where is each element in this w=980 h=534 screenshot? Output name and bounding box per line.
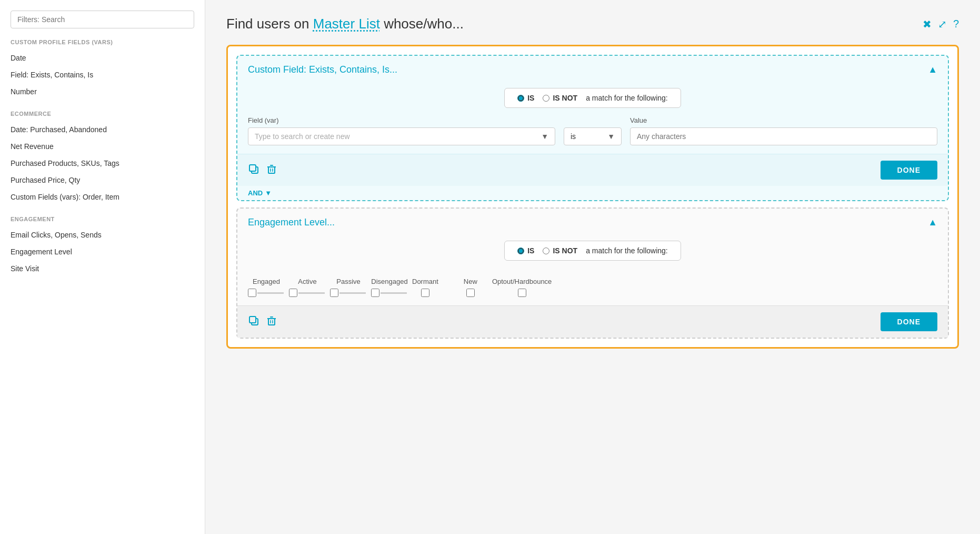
filter-card-1-chevron-icon[interactable]: ▲ (928, 64, 937, 75)
sidebar-item-number[interactable]: Number (0, 83, 205, 100)
help-icon[interactable]: ? (953, 18, 959, 30)
operator-group: is ▼ (564, 116, 622, 145)
engagement-checkbox-passive[interactable] (330, 289, 338, 297)
field-var-label: Field (var) (248, 116, 555, 124)
engagement-checkbox-dormant[interactable] (421, 289, 429, 297)
section-title-ecommerce: ECOMMERCE (0, 111, 205, 121)
filter-2-match-row: IS IS NOT a match for the following: (237, 241, 948, 261)
filter-1-action-icons (248, 163, 277, 177)
filter-1-done-button[interactable]: DONE (881, 161, 937, 180)
filter-card-1-title: Custom Field: Exists, Contains, Is... (248, 64, 397, 75)
sidebar-item-custom-fields-order[interactable]: Custom Fields (vars): Order, Item (0, 189, 205, 205)
engagement-label-engaged: Engaged (253, 278, 280, 285)
filter-1-field-row: Field (var) Type to search or create new… (237, 116, 948, 154)
filter-card-1-header[interactable]: Custom Field: Exists, Contains, Is... ▲ (237, 56, 948, 84)
and-connector[interactable]: AND ▼ (237, 186, 948, 200)
sidebar-item-net-revenue[interactable]: Net Revenue (0, 138, 205, 155)
filter-card-2-chevron-icon[interactable]: ▲ (928, 217, 937, 228)
filter-1-match-row: IS IS NOT a match for the following: (237, 88, 948, 108)
section-title-engagement: ENGAGEMENT (0, 216, 205, 226)
engagement-item-passive: Passive (330, 278, 367, 297)
field-var-select[interactable]: Type to search or create new ▼ (248, 127, 555, 145)
engagement-checkbox-active[interactable] (289, 289, 297, 297)
sidebar-item-field-exists[interactable]: Field: Exists, Contains, Is (0, 66, 205, 83)
engagement-item-optout: Optout/Hardbounce (492, 278, 552, 297)
and-label: AND (248, 189, 263, 197)
section-title-custom-profile: CUSTOM PROFILE FIELDS (VARS) (0, 39, 205, 50)
operator-select[interactable]: is ▼ (564, 127, 622, 145)
engagement-checkbox-optout[interactable] (518, 289, 526, 297)
engagement-item-engaged: Engaged (248, 278, 285, 297)
sidebar-search-container (11, 11, 194, 28)
filter-2-action-row: DONE (237, 305, 948, 338)
radio-is-label: IS (527, 94, 534, 102)
sidebar-item-date[interactable]: Date (0, 50, 205, 66)
sidebar-section-custom-profile: CUSTOM PROFILE FIELDS (VARS) Date Field:… (0, 39, 205, 100)
engagement-item-new: New (464, 278, 477, 297)
filter-1-match-box: IS IS NOT a match for the following: (504, 88, 681, 108)
engagement-checkbox-new[interactable] (466, 289, 475, 297)
engagement-label-optout: Optout/Hardbounce (492, 278, 552, 285)
svg-rect-2 (268, 167, 275, 173)
filter-card-1: Custom Field: Exists, Contains, Is... ▲ … (236, 55, 949, 201)
value-input[interactable] (630, 127, 937, 145)
filter-2-trash-icon[interactable] (266, 315, 277, 329)
filter-card-2-header[interactable]: Engagement Level... ▲ (237, 209, 948, 236)
operator-value: is (571, 132, 576, 141)
match2-suffix: a match for the following: (586, 246, 668, 255)
radio-is-not-label: IS NOT (553, 94, 577, 102)
svg-rect-1 (249, 165, 256, 171)
operator-chevron-icon: ▼ (607, 132, 615, 141)
radio2-is-not-group: IS NOT (543, 246, 577, 255)
operator-label-spacer (564, 116, 622, 124)
sidebar-item-purchased-price[interactable]: Purchased Price, Qty (0, 172, 205, 189)
filter-card-2-title: Engagement Level... (248, 217, 335, 228)
sidebar: CUSTOM PROFILE FIELDS (VARS) Date Field:… (0, 0, 205, 534)
engagement-label-active: Active (298, 278, 316, 285)
header-icons: ✖ ⤢ ? (923, 18, 959, 31)
engagement-checkbox-engaged[interactable] (248, 289, 256, 297)
engagement-levels-row: Engaged Active Passive (237, 269, 948, 305)
radio2-is[interactable] (517, 248, 524, 254)
sidebar-item-email-clicks[interactable]: Email Clicks, Opens, Sends (0, 226, 205, 243)
master-list-link[interactable]: Master List (313, 16, 380, 32)
filter-2-done-button[interactable]: DONE (881, 312, 937, 331)
filter-2-action-icons (248, 315, 277, 329)
page-header: Find users on Master List whose/who... ✖… (226, 16, 959, 32)
field-var-group: Field (var) Type to search or create new… (248, 116, 555, 145)
and-chevron-icon: ▼ (265, 189, 272, 197)
radio-is-not-group: IS NOT (543, 94, 577, 102)
sidebar-item-purchased-products[interactable]: Purchased Products, SKUs, Tags (0, 155, 205, 172)
engagement-item-disengaged: Disengaged (371, 278, 408, 297)
radio-is-group: IS (517, 94, 534, 102)
engagement-checkbox-disengaged[interactable] (371, 289, 379, 297)
sidebar-item-date-purchased[interactable]: Date: Purchased, Abandoned (0, 121, 205, 138)
radio2-is-not[interactable] (543, 248, 549, 254)
trash-icon[interactable] (266, 163, 277, 177)
sidebar-item-site-visit[interactable]: Site Visit (0, 260, 205, 277)
copy-icon[interactable] (248, 163, 259, 177)
search-input[interactable] (11, 11, 194, 28)
radio-is-not[interactable] (543, 95, 549, 102)
field-var-chevron-icon: ▼ (541, 132, 548, 141)
sidebar-item-engagement-level[interactable]: Engagement Level (0, 243, 205, 260)
engagement-label-disengaged: Disengaged (371, 278, 407, 285)
field-var-placeholder: Type to search or create new (255, 132, 350, 141)
filter-1-action-row: DONE (237, 154, 948, 186)
filter-2-copy-icon[interactable] (248, 315, 259, 329)
engagement-label-dormant: Dormant (412, 278, 438, 285)
radio-is[interactable] (517, 95, 524, 102)
pin-icon[interactable]: ✖ (923, 18, 932, 31)
engagement-label-new: New (464, 278, 477, 285)
engagement-label-passive: Passive (336, 278, 361, 285)
sidebar-section-engagement: ENGAGEMENT Email Clicks, Opens, Sends En… (0, 216, 205, 277)
page-title: Find users on Master List whose/who... (226, 16, 464, 32)
value-label: Value (630, 116, 937, 124)
page-title-prefix: Find users on (226, 16, 313, 32)
radio2-is-group: IS (517, 246, 534, 255)
filter-2-match-box: IS IS NOT a match for the following: (504, 241, 681, 261)
page-title-suffix: whose/who... (380, 16, 464, 32)
expand-icon[interactable]: ⤢ (938, 18, 947, 31)
value-group: Value (630, 116, 937, 145)
engagement-item-active: Active (289, 278, 326, 297)
